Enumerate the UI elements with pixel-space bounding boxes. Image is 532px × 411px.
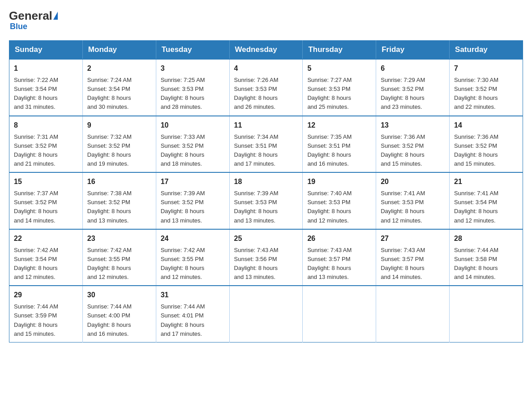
calendar-cell: 5Sunrise: 7:27 AMSunset: 3:53 PMDaylight… xyxy=(303,59,376,116)
calendar-cell: 2Sunrise: 7:24 AMSunset: 3:54 PMDaylight… xyxy=(82,59,156,116)
day-number: 16 xyxy=(87,176,151,187)
calendar-week-row: 1Sunrise: 7:22 AMSunset: 3:54 PMDaylight… xyxy=(9,59,523,116)
day-number: 28 xyxy=(454,233,518,244)
day-number: 7 xyxy=(454,63,518,74)
day-number: 6 xyxy=(381,63,445,74)
calendar-header-row: SundayMondayTuesdayWednesdayThursdayFrid… xyxy=(9,41,523,60)
day-info: Sunrise: 7:33 AMSunset: 3:52 PMDaylight:… xyxy=(161,133,225,169)
calendar-header-friday: Friday xyxy=(376,41,450,60)
calendar-cell: 20Sunrise: 7:41 AMSunset: 3:53 PMDayligh… xyxy=(376,172,450,229)
day-info: Sunrise: 7:41 AMSunset: 3:53 PMDaylight:… xyxy=(381,189,445,225)
day-info: Sunrise: 7:40 AMSunset: 3:53 PMDaylight:… xyxy=(307,189,371,225)
calendar-cell: 14Sunrise: 7:36 AMSunset: 3:52 PMDayligh… xyxy=(450,116,523,173)
day-number: 17 xyxy=(161,176,225,187)
calendar-cell: 13Sunrise: 7:36 AMSunset: 3:52 PMDayligh… xyxy=(376,116,450,173)
calendar-week-row: 29Sunrise: 7:44 AMSunset: 3:59 PMDayligh… xyxy=(9,286,523,342)
calendar-cell: 27Sunrise: 7:43 AMSunset: 3:57 PMDayligh… xyxy=(376,229,450,286)
calendar-cell: 25Sunrise: 7:43 AMSunset: 3:56 PMDayligh… xyxy=(229,229,303,286)
day-info: Sunrise: 7:39 AMSunset: 3:52 PMDaylight:… xyxy=(161,189,225,225)
calendar-cell: 16Sunrise: 7:38 AMSunset: 3:52 PMDayligh… xyxy=(82,172,156,229)
calendar-week-row: 8Sunrise: 7:31 AMSunset: 3:52 PMDaylight… xyxy=(9,116,523,173)
calendar-cell: 7Sunrise: 7:30 AMSunset: 3:52 PMDaylight… xyxy=(450,59,523,116)
calendar-header-tuesday: Tuesday xyxy=(156,41,229,60)
calendar-week-row: 15Sunrise: 7:37 AMSunset: 3:52 PMDayligh… xyxy=(9,172,523,229)
day-info: Sunrise: 7:44 AMSunset: 4:01 PMDaylight:… xyxy=(161,302,225,338)
calendar-cell: 19Sunrise: 7:40 AMSunset: 3:53 PMDayligh… xyxy=(303,172,376,229)
day-info: Sunrise: 7:43 AMSunset: 3:57 PMDaylight:… xyxy=(381,246,445,282)
calendar-cell: 31Sunrise: 7:44 AMSunset: 4:01 PMDayligh… xyxy=(156,286,229,342)
calendar-table: SundayMondayTuesdayWednesdayThursdayFrid… xyxy=(9,40,523,342)
calendar-cell: 29Sunrise: 7:44 AMSunset: 3:59 PMDayligh… xyxy=(9,286,83,342)
day-number: 9 xyxy=(87,120,151,131)
day-info: Sunrise: 7:41 AMSunset: 3:54 PMDaylight:… xyxy=(454,189,518,225)
day-number: 29 xyxy=(14,290,78,300)
calendar-header-wednesday: Wednesday xyxy=(229,41,303,60)
calendar-cell: 22Sunrise: 7:42 AMSunset: 3:54 PMDayligh… xyxy=(9,229,83,286)
calendar-cell: 23Sunrise: 7:42 AMSunset: 3:55 PMDayligh… xyxy=(82,229,156,286)
logo-triangle-icon xyxy=(53,12,58,20)
day-number: 21 xyxy=(454,176,518,187)
day-number: 30 xyxy=(87,290,151,300)
day-info: Sunrise: 7:44 AMSunset: 4:00 PMDaylight:… xyxy=(87,302,151,338)
calendar-cell: 26Sunrise: 7:43 AMSunset: 3:57 PMDayligh… xyxy=(303,229,376,286)
calendar-cell: 1Sunrise: 7:22 AMSunset: 3:54 PMDaylight… xyxy=(9,59,83,116)
day-number: 22 xyxy=(14,233,78,244)
calendar-cell: 12Sunrise: 7:35 AMSunset: 3:51 PMDayligh… xyxy=(303,116,376,173)
calendar-cell: 6Sunrise: 7:29 AMSunset: 3:52 PMDaylight… xyxy=(376,59,450,116)
calendar-cell xyxy=(229,286,303,342)
calendar-header-saturday: Saturday xyxy=(450,41,523,60)
day-info: Sunrise: 7:36 AMSunset: 3:52 PMDaylight:… xyxy=(454,133,518,169)
day-number: 15 xyxy=(14,176,78,187)
day-info: Sunrise: 7:37 AMSunset: 3:52 PMDaylight:… xyxy=(14,189,78,225)
day-number: 31 xyxy=(161,290,225,300)
logo-general: General xyxy=(9,9,52,23)
calendar-cell: 30Sunrise: 7:44 AMSunset: 4:00 PMDayligh… xyxy=(82,286,156,342)
calendar-cell: 17Sunrise: 7:39 AMSunset: 3:52 PMDayligh… xyxy=(156,172,229,229)
day-number: 8 xyxy=(14,120,78,131)
day-info: Sunrise: 7:22 AMSunset: 3:54 PMDaylight:… xyxy=(14,76,78,112)
day-number: 19 xyxy=(307,176,371,187)
calendar-cell: 9Sunrise: 7:32 AMSunset: 3:52 PMDaylight… xyxy=(82,116,156,173)
day-number: 1 xyxy=(14,63,78,74)
calendar-week-row: 22Sunrise: 7:42 AMSunset: 3:54 PMDayligh… xyxy=(9,229,523,286)
day-info: Sunrise: 7:29 AMSunset: 3:52 PMDaylight:… xyxy=(381,76,445,112)
day-number: 23 xyxy=(87,233,151,244)
day-number: 10 xyxy=(161,120,225,131)
calendar-cell: 8Sunrise: 7:31 AMSunset: 3:52 PMDaylight… xyxy=(9,116,83,173)
day-info: Sunrise: 7:44 AMSunset: 3:59 PMDaylight:… xyxy=(14,302,78,338)
day-number: 13 xyxy=(381,120,445,131)
day-info: Sunrise: 7:26 AMSunset: 3:53 PMDaylight:… xyxy=(234,76,298,112)
page-header: General Blue xyxy=(9,9,523,31)
day-number: 5 xyxy=(307,63,371,74)
day-number: 27 xyxy=(381,233,445,244)
calendar-cell: 15Sunrise: 7:37 AMSunset: 3:52 PMDayligh… xyxy=(9,172,83,229)
day-info: Sunrise: 7:44 AMSunset: 3:58 PMDaylight:… xyxy=(454,246,518,282)
calendar-cell xyxy=(450,286,523,342)
day-number: 18 xyxy=(234,176,298,187)
day-number: 24 xyxy=(161,233,225,244)
day-info: Sunrise: 7:42 AMSunset: 3:54 PMDaylight:… xyxy=(14,246,78,282)
day-number: 2 xyxy=(87,63,151,74)
calendar-header-thursday: Thursday xyxy=(303,41,376,60)
day-info: Sunrise: 7:34 AMSunset: 3:51 PMDaylight:… xyxy=(234,133,298,169)
day-number: 11 xyxy=(234,120,298,131)
day-info: Sunrise: 7:36 AMSunset: 3:52 PMDaylight:… xyxy=(381,133,445,169)
calendar-cell: 28Sunrise: 7:44 AMSunset: 3:58 PMDayligh… xyxy=(450,229,523,286)
day-info: Sunrise: 7:42 AMSunset: 3:55 PMDaylight:… xyxy=(161,246,225,282)
day-number: 4 xyxy=(234,63,298,74)
day-info: Sunrise: 7:43 AMSunset: 3:57 PMDaylight:… xyxy=(307,246,371,282)
logo: General Blue xyxy=(9,9,58,31)
day-info: Sunrise: 7:42 AMSunset: 3:55 PMDaylight:… xyxy=(87,246,151,282)
calendar-header-monday: Monday xyxy=(82,41,156,60)
day-info: Sunrise: 7:27 AMSunset: 3:53 PMDaylight:… xyxy=(307,76,371,112)
day-info: Sunrise: 7:38 AMSunset: 3:52 PMDaylight:… xyxy=(87,189,151,225)
day-info: Sunrise: 7:35 AMSunset: 3:51 PMDaylight:… xyxy=(307,133,371,169)
calendar-cell: 11Sunrise: 7:34 AMSunset: 3:51 PMDayligh… xyxy=(229,116,303,173)
calendar-cell: 24Sunrise: 7:42 AMSunset: 3:55 PMDayligh… xyxy=(156,229,229,286)
day-number: 14 xyxy=(454,120,518,131)
day-info: Sunrise: 7:32 AMSunset: 3:52 PMDaylight:… xyxy=(87,133,151,169)
calendar-cell: 3Sunrise: 7:25 AMSunset: 3:53 PMDaylight… xyxy=(156,59,229,116)
calendar-cell: 4Sunrise: 7:26 AMSunset: 3:53 PMDaylight… xyxy=(229,59,303,116)
day-number: 25 xyxy=(234,233,298,244)
day-info: Sunrise: 7:25 AMSunset: 3:53 PMDaylight:… xyxy=(161,76,225,112)
